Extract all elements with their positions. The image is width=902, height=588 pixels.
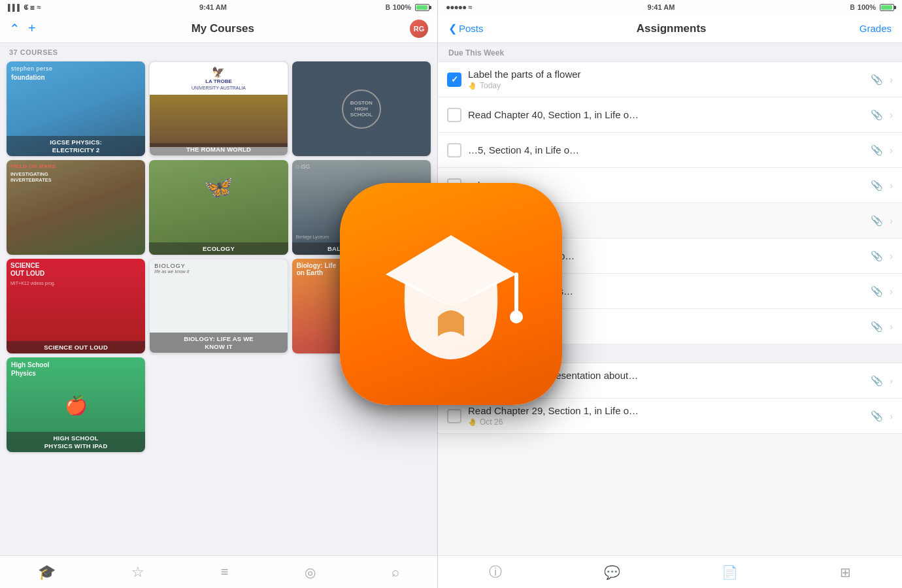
itunes-u-app-icon[interactable]	[340, 183, 562, 405]
graduation-cap-svg	[373, 216, 529, 372]
screen-wrapper: ▌▌▌ 𝕮 ☰ ≈ 9:41 AM B 100% ⌃ + My Courses …	[0, 0, 902, 588]
svg-point-2	[510, 310, 523, 323]
app-icon-wrapper	[340, 183, 562, 405]
